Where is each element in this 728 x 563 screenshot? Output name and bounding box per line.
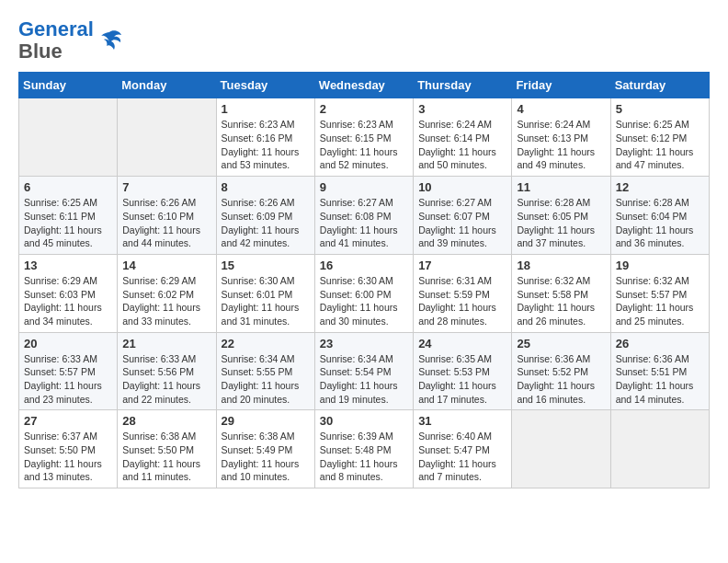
calendar-cell: 19Sunrise: 6:32 AM Sunset: 5:57 PM Dayli… [610, 254, 709, 332]
calendar-cell: 18Sunrise: 6:32 AM Sunset: 5:58 PM Dayli… [512, 254, 610, 332]
calendar-cell: 14Sunrise: 6:29 AM Sunset: 6:02 PM Dayli… [118, 254, 216, 332]
day-number: 20 [24, 337, 112, 350]
day-info: Sunrise: 6:36 AM Sunset: 5:51 PM Dayligh… [616, 352, 704, 407]
day-info: Sunrise: 6:40 AM Sunset: 5:47 PM Dayligh… [418, 430, 506, 484]
calendar-cell: 17Sunrise: 6:31 AM Sunset: 5:59 PM Dayli… [414, 254, 512, 332]
day-number: 8 [222, 180, 310, 194]
calendar-cell: 23Sunrise: 6:34 AM Sunset: 5:54 PM Dayli… [314, 332, 413, 410]
day-number: 14 [122, 259, 210, 272]
day-number: 25 [517, 337, 605, 350]
weekday-header-friday: Friday [512, 73, 610, 98]
day-number: 7 [122, 180, 210, 194]
calendar-cell: 2Sunrise: 6:23 AM Sunset: 6:15 PM Daylig… [314, 98, 413, 177]
day-info: Sunrise: 6:34 AM Sunset: 5:54 PM Dayligh… [320, 352, 408, 407]
calendar-cell: 13Sunrise: 6:29 AM Sunset: 6:03 PM Dayli… [19, 254, 118, 332]
day-info: Sunrise: 6:37 AM Sunset: 5:50 PM Dayligh… [24, 430, 112, 484]
day-info: Sunrise: 6:35 AM Sunset: 5:53 PM Dayligh… [418, 352, 506, 407]
logo-bird-icon [96, 28, 123, 53]
day-info: Sunrise: 6:26 AM Sunset: 6:09 PM Dayligh… [222, 196, 310, 250]
weekday-header-tuesday: Tuesday [216, 73, 314, 98]
day-info: Sunrise: 6:27 AM Sunset: 6:07 PM Dayligh… [418, 196, 506, 250]
day-number: 26 [616, 337, 704, 350]
calendar-cell: 6Sunrise: 6:25 AM Sunset: 6:11 PM Daylig… [19, 177, 118, 255]
calendar-cell: 20Sunrise: 6:33 AM Sunset: 5:57 PM Dayli… [19, 332, 118, 410]
day-info: Sunrise: 6:29 AM Sunset: 6:02 PM Dayligh… [122, 274, 210, 328]
day-number: 24 [418, 337, 506, 350]
day-number: 28 [122, 414, 210, 428]
day-info: Sunrise: 6:32 AM Sunset: 5:58 PM Dayligh… [517, 274, 605, 328]
calendar-cell: 12Sunrise: 6:28 AM Sunset: 6:04 PM Dayli… [610, 177, 709, 255]
day-number: 15 [222, 259, 310, 272]
calendar-cell: 24Sunrise: 6:35 AM Sunset: 5:53 PM Dayli… [414, 332, 512, 410]
day-info: Sunrise: 6:30 AM Sunset: 6:00 PM Dayligh… [320, 274, 408, 328]
day-info: Sunrise: 6:34 AM Sunset: 5:55 PM Dayligh… [222, 352, 310, 407]
day-number: 6 [24, 180, 112, 194]
day-info: Sunrise: 6:38 AM Sunset: 5:50 PM Dayligh… [122, 430, 210, 484]
weekday-header-sunday: Sunday [19, 73, 118, 98]
calendar-week-row: 1Sunrise: 6:23 AM Sunset: 6:16 PM Daylig… [19, 98, 710, 177]
logo: General Blue [18, 18, 123, 63]
day-number: 17 [418, 259, 506, 272]
calendar-week-row: 27Sunrise: 6:37 AM Sunset: 5:50 PM Dayli… [19, 410, 710, 488]
day-number: 29 [222, 414, 310, 428]
day-info: Sunrise: 6:23 AM Sunset: 6:16 PM Dayligh… [222, 118, 310, 172]
day-number: 19 [616, 259, 704, 272]
calendar-cell: 10Sunrise: 6:27 AM Sunset: 6:07 PM Dayli… [414, 177, 512, 255]
day-number: 12 [616, 180, 704, 194]
calendar-week-row: 20Sunrise: 6:33 AM Sunset: 5:57 PM Dayli… [19, 332, 710, 410]
day-number: 1 [222, 102, 310, 116]
calendar-cell: 5Sunrise: 6:25 AM Sunset: 6:12 PM Daylig… [610, 98, 709, 177]
calendar-cell: 31Sunrise: 6:40 AM Sunset: 5:47 PM Dayli… [414, 410, 512, 488]
calendar-cell: 11Sunrise: 6:28 AM Sunset: 6:05 PM Dayli… [512, 177, 610, 255]
day-number: 31 [418, 414, 506, 428]
day-number: 11 [517, 180, 605, 194]
day-info: Sunrise: 6:24 AM Sunset: 6:14 PM Dayligh… [418, 118, 506, 172]
header: General Blue [18, 18, 710, 63]
day-info: Sunrise: 6:25 AM Sunset: 6:11 PM Dayligh… [24, 196, 112, 250]
day-info: Sunrise: 6:28 AM Sunset: 6:04 PM Dayligh… [616, 196, 704, 250]
day-info: Sunrise: 6:30 AM Sunset: 6:01 PM Dayligh… [222, 274, 310, 328]
day-info: Sunrise: 6:23 AM Sunset: 6:15 PM Dayligh… [320, 118, 408, 172]
day-number: 18 [517, 259, 605, 272]
day-info: Sunrise: 6:27 AM Sunset: 6:08 PM Dayligh… [320, 196, 408, 250]
day-number: 3 [418, 102, 506, 116]
day-info: Sunrise: 6:31 AM Sunset: 5:59 PM Dayligh… [418, 274, 506, 328]
calendar-cell: 16Sunrise: 6:30 AM Sunset: 6:00 PM Dayli… [314, 254, 413, 332]
weekday-header-saturday: Saturday [610, 73, 709, 98]
calendar-cell: 21Sunrise: 6:33 AM Sunset: 5:56 PM Dayli… [118, 332, 216, 410]
calendar-cell [118, 98, 216, 177]
calendar-week-row: 6Sunrise: 6:25 AM Sunset: 6:11 PM Daylig… [19, 177, 710, 255]
day-info: Sunrise: 6:39 AM Sunset: 5:48 PM Dayligh… [320, 430, 408, 484]
weekday-header-thursday: Thursday [414, 73, 512, 98]
day-info: Sunrise: 6:33 AM Sunset: 5:56 PM Dayligh… [122, 352, 210, 407]
day-number: 30 [320, 414, 408, 428]
day-info: Sunrise: 6:33 AM Sunset: 5:57 PM Dayligh… [24, 352, 112, 407]
day-number: 2 [320, 102, 408, 116]
weekday-header-wednesday: Wednesday [314, 73, 413, 98]
calendar-cell: 7Sunrise: 6:26 AM Sunset: 6:10 PM Daylig… [118, 177, 216, 255]
calendar-cell: 3Sunrise: 6:24 AM Sunset: 6:14 PM Daylig… [414, 98, 512, 177]
logo-text: General Blue [18, 18, 94, 63]
calendar-cell: 29Sunrise: 6:38 AM Sunset: 5:49 PM Dayli… [216, 410, 314, 488]
day-info: Sunrise: 6:29 AM Sunset: 6:03 PM Dayligh… [24, 274, 112, 328]
day-info: Sunrise: 6:28 AM Sunset: 6:05 PM Dayligh… [517, 196, 605, 250]
calendar-cell: 22Sunrise: 6:34 AM Sunset: 5:55 PM Dayli… [216, 332, 314, 410]
day-info: Sunrise: 6:36 AM Sunset: 5:52 PM Dayligh… [517, 352, 605, 407]
day-number: 4 [517, 102, 605, 116]
calendar-cell: 1Sunrise: 6:23 AM Sunset: 6:16 PM Daylig… [216, 98, 314, 177]
day-info: Sunrise: 6:24 AM Sunset: 6:13 PM Dayligh… [517, 118, 605, 172]
day-info: Sunrise: 6:25 AM Sunset: 6:12 PM Dayligh… [616, 118, 704, 172]
calendar-week-row: 13Sunrise: 6:29 AM Sunset: 6:03 PM Dayli… [19, 254, 710, 332]
calendar-cell: 8Sunrise: 6:26 AM Sunset: 6:09 PM Daylig… [216, 177, 314, 255]
day-number: 9 [320, 180, 408, 194]
day-number: 22 [222, 337, 310, 350]
calendar-cell: 15Sunrise: 6:30 AM Sunset: 6:01 PM Dayli… [216, 254, 314, 332]
day-info: Sunrise: 6:38 AM Sunset: 5:49 PM Dayligh… [222, 430, 310, 484]
day-number: 16 [320, 259, 408, 272]
day-number: 5 [616, 102, 704, 116]
calendar: SundayMondayTuesdayWednesdayThursdayFrid… [18, 72, 710, 488]
day-number: 23 [320, 337, 408, 350]
day-info: Sunrise: 6:26 AM Sunset: 6:10 PM Dayligh… [122, 196, 210, 250]
calendar-cell [610, 410, 709, 488]
calendar-cell: 4Sunrise: 6:24 AM Sunset: 6:13 PM Daylig… [512, 98, 610, 177]
